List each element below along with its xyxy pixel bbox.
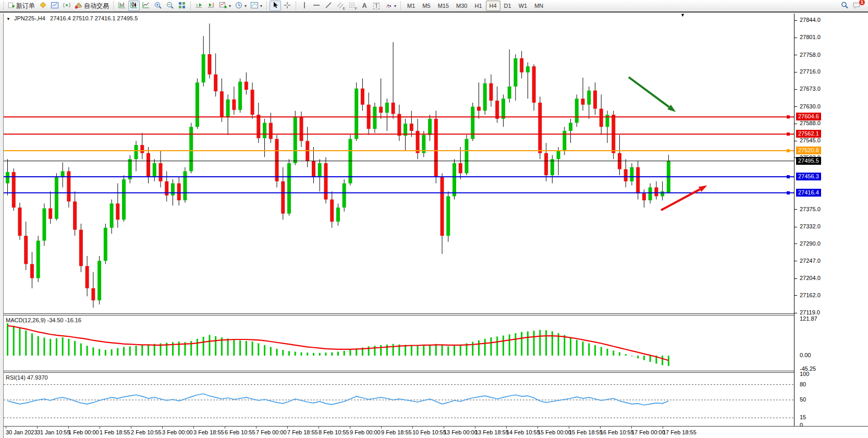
- auto-scroll-button[interactable]: [193, 1, 205, 11]
- arrows-button[interactable]: ▾: [383, 1, 398, 11]
- time-axis[interactable]: 30 Jan 202331 Jan 10:551 Feb 00:001 Feb …: [4, 427, 868, 438]
- candle: [428, 119, 432, 135]
- templates-button[interactable]: ▾: [249, 1, 264, 11]
- candle: [654, 187, 658, 196]
- candle: [55, 177, 58, 219]
- zoom-out-button[interactable]: [164, 1, 176, 11]
- hline-handle[interactable]: [787, 149, 790, 152]
- candle: [483, 83, 487, 111]
- rsi-line: [8, 394, 669, 405]
- candle: [649, 187, 652, 200]
- arrange-windows-button[interactable]: [176, 1, 188, 11]
- candle: [269, 123, 273, 139]
- rsi-axis-label: 15: [800, 414, 806, 420]
- notifications-button[interactable]: 1: [851, 1, 863, 11]
- search-button[interactable]: [839, 1, 850, 11]
- candle: [140, 145, 144, 153]
- hline-handle[interactable]: [787, 191, 790, 194]
- timeframe-button-h1[interactable]: H1: [471, 1, 485, 11]
- time-axis-label: 8 Feb 10:55: [319, 429, 349, 435]
- candle: [281, 181, 285, 214]
- crosshair-button[interactable]: [282, 1, 293, 11]
- candlestick-chart-button[interactable]: [128, 1, 140, 11]
- timeframe-button-m1[interactable]: M1: [404, 1, 419, 11]
- fibonacci-button[interactable]: F: [347, 1, 358, 11]
- line-chart-button[interactable]: [140, 1, 152, 11]
- chart-shift-button[interactable]: [205, 1, 217, 11]
- price-line-label: 27604.6: [796, 113, 821, 120]
- timeframe-button-m15[interactable]: M15: [434, 1, 453, 11]
- channel-button[interactable]: E: [335, 1, 346, 11]
- trendline-button[interactable]: [323, 1, 334, 11]
- candle: [489, 83, 493, 101]
- price-line-label: 27456.3: [796, 173, 821, 180]
- price-tick-label: 27545.0: [800, 137, 821, 143]
- candle: [465, 139, 469, 173]
- candle: [263, 123, 266, 138]
- timeframe-button-mn[interactable]: MN: [531, 1, 547, 11]
- chart-window: ▼ JPN225-,H4 27416.4 27510.7 27416.1 274…: [3, 14, 868, 438]
- candle: [532, 66, 536, 103]
- notification-badge: 1: [859, 0, 865, 5]
- horizontal-line-button[interactable]: [311, 1, 322, 11]
- auto-trading-button[interactable]: 自动交易: [73, 1, 111, 11]
- candle: [177, 184, 181, 200]
- candle: [12, 172, 16, 208]
- time-axis-label: 13 Feb 18:55: [475, 429, 509, 435]
- time-axis-label: 3 Feb 00:00: [162, 429, 193, 435]
- gold-arrow-button[interactable]: [37, 1, 48, 11]
- hline-handle[interactable]: [787, 115, 790, 118]
- chart-shift-marker[interactable]: ▼: [680, 14, 685, 18]
- vertical-line-button[interactable]: [299, 1, 310, 11]
- timeframe-button-w1[interactable]: W1: [515, 1, 531, 11]
- auto-scroll-icon: [195, 1, 203, 11]
- time-axis-label: 16 Feb 10:55: [600, 429, 634, 435]
- timeframe-button-m30[interactable]: M30: [453, 1, 471, 11]
- candle: [551, 159, 554, 175]
- candle: [318, 163, 322, 177]
- time-axis-label: 1 Feb 18:55: [100, 429, 130, 435]
- text-button[interactable]: A: [359, 1, 370, 11]
- timeframe-button-m5[interactable]: M5: [419, 1, 434, 11]
- price-axis[interactable]: 27844.027801.027758.027716.027673.027630…: [794, 14, 868, 426]
- candle: [73, 201, 77, 229]
- auto-trading-icon: [75, 1, 83, 11]
- toolbar-grip: [113, 2, 114, 10]
- time-axis-label: 30 Jan 2023: [6, 429, 38, 435]
- hline-handle[interactable]: [787, 175, 790, 178]
- chart-window-button[interactable]: [49, 1, 60, 11]
- candle: [294, 117, 297, 163]
- candle: [91, 288, 95, 300]
- candle: [67, 171, 70, 201]
- time-axis-label: 13 Feb 00:00: [444, 429, 478, 435]
- price-tick-label: 27162.0: [800, 292, 821, 298]
- candle: [146, 153, 150, 177]
- arrow-annotation[interactable]: [629, 77, 676, 112]
- periods-button[interactable]: ▾: [233, 1, 248, 11]
- cursor-button[interactable]: [270, 1, 281, 11]
- hline-handle[interactable]: [787, 132, 790, 136]
- symbol-dropdown-icon[interactable]: ▼: [6, 17, 10, 21]
- timeframe-button-d1[interactable]: D1: [500, 1, 515, 11]
- macd-label: MACD(12,26,9) -34.50 -16.16: [6, 317, 81, 323]
- candle: [97, 261, 101, 300]
- toolbar-grip: [266, 2, 267, 10]
- template-icon: [250, 1, 259, 11]
- candle: [24, 236, 28, 264]
- timeframe-button-h4[interactable]: H4: [486, 1, 500, 11]
- text-label-button[interactable]: T: [371, 1, 382, 11]
- candle: [189, 127, 193, 171]
- candle: [361, 89, 364, 105]
- indicators-button[interactable]: ▾: [217, 1, 233, 11]
- candle: [251, 90, 254, 115]
- candle: [446, 196, 450, 236]
- new-order-button[interactable]: 新订单: [6, 1, 36, 11]
- candle: [214, 75, 217, 91]
- signal-button[interactable]: [61, 1, 72, 11]
- time-axis-label: 7 Feb 18:55: [287, 429, 318, 435]
- price-tick-label: 27204.0: [800, 275, 821, 281]
- candle: [630, 167, 633, 181]
- zoom-in-button[interactable]: [152, 1, 164, 11]
- text-label-icon: T: [373, 3, 380, 9]
- bar-chart-button[interactable]: [116, 1, 128, 11]
